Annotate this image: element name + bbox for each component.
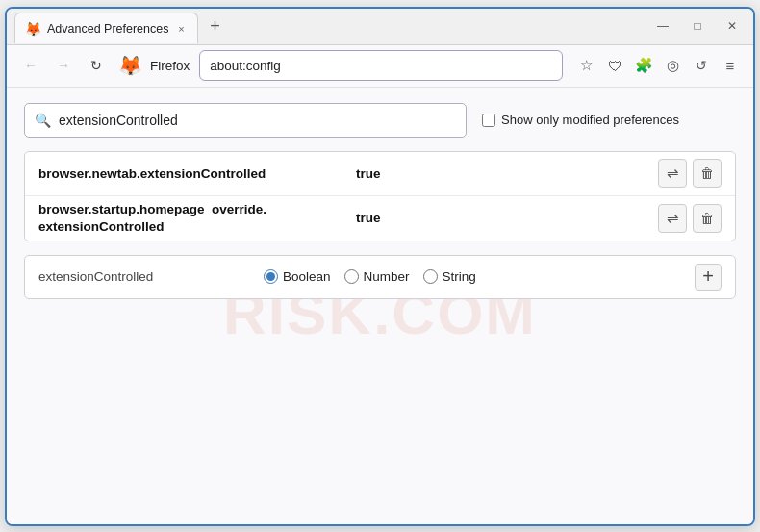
address-text: about:config: [210, 59, 552, 73]
nav-bar: ← → ↻ 🦊 Firefox about:config ☆ 🛡 🧩 ◎ ↺ ≡: [7, 45, 753, 88]
string-radio[interactable]: [423, 269, 438, 284]
bookmark-star-button[interactable]: ☆: [572, 52, 599, 79]
extension-button[interactable]: 🧩: [630, 52, 657, 79]
shield-button[interactable]: 🛡: [601, 52, 628, 79]
new-tab-button[interactable]: +: [202, 13, 227, 38]
delete-button-2[interactable]: 🗑: [693, 204, 722, 233]
pref-name-1: browser.newtab.extensionControlled: [38, 166, 346, 181]
show-modified-label[interactable]: Show only modified preferences: [482, 113, 679, 127]
boolean-radio[interactable]: [264, 269, 278, 284]
delete-icon-2: 🗑: [700, 211, 714, 226]
toggle-icon-1: ⇌: [667, 165, 679, 182]
toggle-button-2[interactable]: ⇌: [658, 204, 687, 233]
window-controls: — □ ✕: [649, 13, 746, 39]
add-preference-button[interactable]: +: [695, 264, 722, 291]
string-label: String: [443, 269, 476, 284]
content-area: RISK.COM 🔍 Show only modified preference…: [7, 88, 753, 524]
search-icon: 🔍: [35, 113, 51, 128]
active-tab[interactable]: 🦊 Advanced Preferences ×: [14, 13, 198, 43]
tab-close-button[interactable]: ×: [174, 22, 188, 36]
new-pref-name: extensionControlled: [38, 269, 250, 284]
search-input[interactable]: [59, 113, 456, 128]
boolean-label: Boolean: [283, 269, 331, 284]
number-option[interactable]: Number: [344, 269, 410, 284]
reload-button[interactable]: ↻: [82, 51, 111, 80]
results-table: browser.newtab.extensionControlled true …: [24, 151, 736, 241]
pref-value-1: true: [356, 166, 648, 181]
maximize-button[interactable]: □: [684, 13, 711, 39]
type-radio-group: Boolean Number String: [264, 269, 681, 284]
firefox-logo-icon: 🦊: [118, 54, 142, 77]
close-button[interactable]: ✕: [719, 13, 746, 39]
search-row: 🔍 Show only modified preferences: [24, 103, 736, 138]
pref-value-2: true: [356, 211, 648, 225]
show-modified-text: Show only modified preferences: [501, 113, 679, 127]
sync-button[interactable]: ↺: [688, 52, 715, 79]
table-row: browser.startup.homepage_override. exten…: [25, 196, 735, 241]
menu-button[interactable]: ≡: [717, 52, 744, 79]
address-bar[interactable]: about:config: [199, 50, 563, 81]
row-1-actions: ⇌ 🗑: [658, 159, 722, 188]
nav-toolbar-icons: ☆ 🛡 🧩 ◎ ↺ ≡: [572, 52, 744, 79]
back-button[interactable]: ←: [16, 51, 45, 80]
forward-button[interactable]: →: [49, 51, 78, 80]
title-bar: 🦊 Advanced Preferences × + — □ ✕: [7, 9, 753, 45]
minimize-button[interactable]: —: [649, 13, 676, 39]
boolean-option[interactable]: Boolean: [264, 269, 331, 284]
firefox-label: Firefox: [150, 59, 190, 73]
string-option[interactable]: String: [423, 269, 476, 284]
delete-icon-1: 🗑: [700, 165, 714, 181]
toggle-icon-2: ⇌: [667, 210, 679, 227]
browser-window: 🦊 Advanced Preferences × + — □ ✕ ← → ↻ 🦊…: [5, 7, 755, 526]
tab-favicon: 🦊: [25, 21, 41, 37]
pref-name-2: browser.startup.homepage_override. exten…: [38, 201, 346, 235]
delete-button-1[interactable]: 🗑: [693, 159, 722, 188]
number-radio[interactable]: [344, 269, 359, 284]
preference-search-box[interactable]: 🔍: [24, 103, 467, 138]
add-preference-row: extensionControlled Boolean Number Strin…: [24, 255, 736, 299]
number-label: Number: [364, 269, 410, 284]
tab-title: Advanced Preferences: [47, 22, 168, 36]
table-row: browser.newtab.extensionControlled true …: [25, 152, 735, 196]
account-button[interactable]: ◎: [659, 52, 686, 79]
show-modified-checkbox[interactable]: [482, 114, 495, 127]
toggle-button-1[interactable]: ⇌: [658, 159, 687, 188]
row-2-actions: ⇌ 🗑: [658, 204, 722, 233]
